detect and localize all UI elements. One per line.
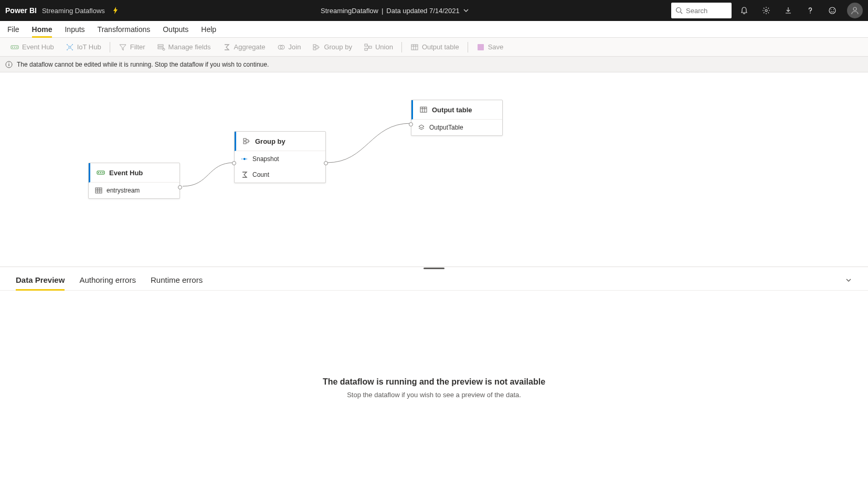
canvas[interactable]: Event Hub entrystream Group by Snapshot … bbox=[0, 72, 868, 267]
separator: | bbox=[382, 7, 383, 15]
tab-authoring-errors[interactable]: Authoring errors bbox=[79, 270, 136, 290]
svg-rect-29 bbox=[369, 46, 372, 48]
feedback-button[interactable] bbox=[823, 0, 842, 21]
svg-point-4 bbox=[831, 9, 832, 10]
iot-hub-icon bbox=[66, 43, 74, 51]
splitter-handle[interactable] bbox=[424, 268, 444, 269]
filter-icon bbox=[119, 43, 127, 51]
chevron-down-icon[interactable] bbox=[463, 7, 469, 14]
svg-rect-53 bbox=[420, 107, 427, 112]
output-table-icon bbox=[410, 43, 419, 51]
tab-file[interactable]: File bbox=[7, 21, 19, 37]
app-subtitle: Streaming Dataflows bbox=[42, 7, 105, 15]
output-port[interactable] bbox=[324, 161, 328, 165]
svg-point-52 bbox=[244, 158, 246, 160]
notifications-button[interactable] bbox=[735, 0, 754, 21]
group-by-icon bbox=[242, 137, 251, 145]
tool-save[interactable]: Save bbox=[471, 38, 509, 57]
tool-filter[interactable]: Filter bbox=[113, 38, 151, 57]
node-field: entrystream bbox=[107, 187, 140, 194]
svg-rect-30 bbox=[411, 45, 418, 50]
search-icon bbox=[675, 7, 683, 14]
manage-fields-icon bbox=[157, 43, 165, 51]
group-by-icon bbox=[312, 43, 321, 51]
svg-rect-27 bbox=[365, 44, 367, 46]
node-title: Group by bbox=[255, 137, 285, 145]
info-message: The dataflow cannot be edited while it i… bbox=[17, 61, 269, 68]
tab-outputs[interactable]: Outputs bbox=[163, 21, 188, 37]
tool-aggregate[interactable]: Aggregate bbox=[217, 38, 271, 57]
node-group-by[interactable]: Group by Snapshot Count bbox=[234, 131, 326, 183]
svg-rect-26 bbox=[313, 48, 316, 50]
svg-point-8 bbox=[12, 47, 13, 48]
svg-point-43 bbox=[102, 172, 103, 173]
search-input[interactable] bbox=[686, 7, 723, 15]
svg-line-17 bbox=[70, 45, 72, 47]
svg-line-16 bbox=[68, 45, 69, 47]
svg-point-5 bbox=[833, 9, 834, 10]
svg-point-10 bbox=[16, 47, 17, 48]
toolbar-separator bbox=[468, 42, 468, 52]
svg-point-13 bbox=[72, 44, 73, 45]
svg-rect-21 bbox=[158, 47, 163, 49]
svg-line-1 bbox=[681, 12, 683, 14]
preview-panel: The dataflow is running and the preview … bbox=[0, 291, 868, 485]
input-port[interactable] bbox=[409, 122, 413, 126]
svg-point-9 bbox=[14, 47, 15, 48]
sigma-icon bbox=[241, 171, 248, 178]
node-field: Count bbox=[252, 171, 269, 178]
user-avatar[interactable] bbox=[847, 3, 863, 18]
node-title: Event Hub bbox=[109, 169, 143, 177]
svg-rect-35 bbox=[479, 44, 482, 46]
svg-point-14 bbox=[67, 49, 68, 50]
svg-rect-25 bbox=[313, 45, 316, 47]
node-output-table[interactable]: Output table OutputTable bbox=[411, 100, 503, 136]
tool-manage-fields[interactable]: Manage fields bbox=[152, 38, 216, 57]
settings-button[interactable] bbox=[757, 0, 776, 21]
tab-help[interactable]: Help bbox=[201, 21, 216, 37]
input-port[interactable] bbox=[232, 161, 236, 165]
table-icon bbox=[95, 187, 102, 194]
help-button[interactable] bbox=[801, 0, 820, 21]
svg-point-22 bbox=[163, 48, 165, 50]
tab-home[interactable]: Home bbox=[32, 21, 52, 37]
info-icon bbox=[5, 61, 13, 68]
info-bar: The dataflow cannot be edited while it i… bbox=[0, 57, 868, 72]
chevron-down-icon bbox=[845, 276, 852, 284]
svg-rect-20 bbox=[158, 45, 163, 46]
tool-output-table[interactable]: Output table bbox=[405, 38, 464, 57]
node-field: OutputTable bbox=[429, 124, 463, 131]
tool-event-hub[interactable]: Event Hub bbox=[5, 38, 59, 57]
output-table-icon bbox=[419, 105, 428, 114]
svg-rect-49 bbox=[244, 139, 246, 141]
tool-group-by[interactable]: Group by bbox=[307, 38, 357, 57]
toolbar-separator bbox=[110, 42, 110, 52]
lightning-icon bbox=[112, 7, 119, 14]
svg-point-12 bbox=[67, 44, 68, 45]
tab-runtime-errors[interactable]: Runtime errors bbox=[151, 270, 203, 290]
node-event-hub[interactable]: Event Hub entrystream bbox=[88, 163, 180, 199]
sigma-icon bbox=[223, 43, 231, 51]
tool-join[interactable]: Join bbox=[272, 38, 306, 57]
tab-transformations[interactable]: Transformations bbox=[98, 21, 151, 37]
layers-icon bbox=[418, 124, 425, 131]
join-icon bbox=[277, 43, 285, 51]
event-hub-icon bbox=[10, 43, 19, 51]
search-box[interactable] bbox=[671, 3, 732, 18]
tool-union[interactable]: Union bbox=[358, 38, 398, 57]
svg-point-42 bbox=[100, 172, 101, 173]
svg-point-2 bbox=[765, 9, 767, 12]
tool-iot-hub[interactable]: IoT Hub bbox=[60, 38, 107, 57]
tab-inputs[interactable]: Inputs bbox=[65, 21, 84, 37]
data-updated-label: Data updated 7/14/2021 bbox=[386, 7, 460, 15]
svg-line-18 bbox=[68, 48, 69, 49]
download-button[interactable] bbox=[779, 0, 798, 21]
header-center[interactable]: StreamingDataflow | Data updated 7/14/20… bbox=[119, 7, 671, 15]
svg-rect-50 bbox=[244, 142, 246, 144]
output-port[interactable] bbox=[178, 185, 182, 189]
preview-title: The dataflow is running and the preview … bbox=[323, 377, 545, 387]
svg-point-15 bbox=[72, 49, 73, 50]
collapse-panel-button[interactable] bbox=[845, 270, 852, 290]
svg-rect-44 bbox=[96, 188, 102, 193]
tab-data-preview[interactable]: Data Preview bbox=[16, 270, 65, 290]
